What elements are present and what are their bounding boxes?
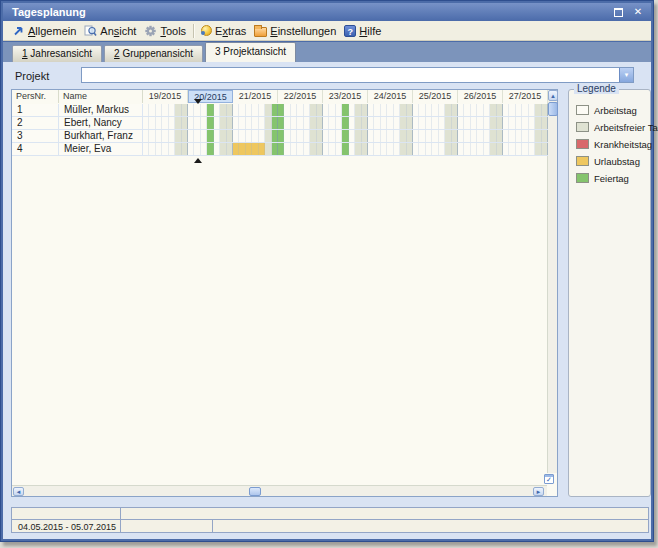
week-header-19-2015[interactable]: 19/2015 (143, 90, 188, 103)
schedule-row[interactable]: 2Ebert, Nancy (12, 117, 548, 130)
person-name: Ebert, Nancy (59, 117, 143, 129)
menubar: AllgemeinAnsichtToolsExtrasEinstellungen… (3, 21, 651, 41)
legend-label: Arbeitstag (594, 105, 637, 116)
project-combobox[interactable]: ▼ (81, 67, 634, 83)
menu-item-tools[interactable]: Tools (142, 24, 192, 38)
today-marker-top (194, 99, 202, 104)
gear-icon (144, 25, 157, 37)
column-header-persnr: PersNr. (12, 90, 59, 103)
day-cell[interactable] (542, 130, 548, 142)
menu-item-label: Allgemein (28, 25, 76, 37)
person-nr: 2 (12, 117, 59, 129)
legend-swatch (576, 156, 589, 166)
schedule-panel: ▲ ◄ ► PersNr.Name19/201520/201521/201522… (11, 89, 558, 497)
menu-item-label: Tools (160, 25, 186, 37)
menu-item-ansicht[interactable]: Ansicht (82, 24, 142, 38)
week-header-22-2015[interactable]: 22/2015 (278, 90, 323, 103)
week-header-23-2015[interactable]: 23/2015 (323, 90, 368, 103)
menubar-separator (193, 24, 195, 38)
menu-item-label: Ansicht (100, 25, 136, 37)
menu-item-hilfe[interactable]: ?Hilfe (342, 24, 387, 38)
legend-swatch (576, 173, 589, 183)
person-name: Burkhart, Franz (59, 130, 143, 142)
vertical-scrollbar[interactable]: ▲ (547, 90, 557, 473)
menu-item-label: Einstellungen (270, 25, 336, 37)
window-title: Tagesplanung (12, 6, 86, 18)
scroll-right-icon[interactable]: ► (533, 487, 544, 496)
legend-label: Urlaubstag (594, 156, 640, 167)
calendar-button[interactable] (544, 474, 554, 484)
arrow-up-right-icon (12, 25, 25, 37)
scroll-left-icon[interactable]: ◄ (13, 487, 24, 496)
menu-item-allgemein[interactable]: Allgemein (10, 24, 82, 38)
magnifier-icon (84, 25, 97, 37)
legend-label: Arbeitsfreier Tag (594, 122, 658, 133)
tab-strip: 1 Jahresansicht2 Gruppenansicht3 Projekt… (3, 42, 651, 62)
legend-item: Arbeitstag (576, 104, 637, 116)
person-nr: 3 (12, 130, 59, 142)
legend-swatch (576, 105, 589, 115)
menu-item-label: Hilfe (359, 25, 381, 37)
project-input[interactable] (83, 69, 621, 81)
window-controls: ✕ (611, 5, 645, 19)
schedule-row[interactable]: 3Burkhart, Franz (12, 130, 548, 143)
legend-label: Krankheitstag (594, 139, 652, 150)
legend-item: Urlaubstag (576, 155, 640, 167)
close-icon[interactable]: ✕ (631, 6, 645, 18)
legend-item: Arbeitsfreier Tag (576, 121, 658, 133)
menu-item-einstellungen[interactable]: Einstellungen (252, 24, 342, 38)
menu-item-extras[interactable]: Extras (199, 24, 252, 38)
settings-folder-icon (254, 25, 267, 37)
legend-swatch (576, 139, 589, 149)
today-marker-bottom (194, 158, 202, 163)
titlebar: Tagesplanung ✕ (3, 3, 651, 21)
week-header-26-2015[interactable]: 26/2015 (458, 90, 503, 103)
legend-title: Legende (574, 83, 619, 94)
day-cell[interactable] (542, 104, 548, 116)
person-name: Meier, Eva (59, 143, 143, 155)
schedule-row[interactable]: 4Meier, Eva (12, 143, 548, 156)
grid-header: PersNr.Name19/201520/201521/201522/20152… (12, 90, 548, 105)
day-cell[interactable] (542, 143, 548, 155)
week-header-27-2015[interactable]: 27/2015 (503, 90, 548, 103)
horizontal-scrollbar-thumb[interactable] (249, 487, 261, 496)
person-name: Müller, Markus (59, 104, 143, 116)
date-range-text: 04.05.2015 - 05.07.2015 (18, 522, 116, 532)
person-nr: 4 (12, 143, 59, 155)
restore-icon[interactable] (611, 6, 625, 18)
horizontal-scrollbar[interactable]: ◄ ► (12, 485, 547, 496)
tab-3[interactable]: 3 Projektansicht (205, 42, 296, 62)
vertical-scrollbar-thumb[interactable] (548, 102, 558, 116)
legend-swatch (576, 122, 589, 132)
person-nr: 1 (12, 104, 59, 116)
project-label: Projekt (15, 70, 49, 82)
legend-item: Feiertag (576, 172, 629, 184)
day-cell[interactable] (542, 117, 548, 129)
legend-label: Feiertag (594, 173, 629, 184)
tab-1[interactable]: 1 Jahresansicht (12, 45, 102, 62)
column-header-name: Name (59, 90, 143, 103)
scroll-up-icon[interactable]: ▲ (548, 90, 558, 101)
menu-item-label: Extras (215, 25, 246, 37)
statusbar-row-bottom: 04.05.2015 - 05.07.2015 (11, 519, 649, 533)
content-area: Projekt ▼ ▲ ◄ ► PersNr.Name19/201520/201… (3, 62, 651, 539)
sphere-icon (201, 25, 212, 36)
week-header-21-2015[interactable]: 21/2015 (233, 90, 278, 103)
help-icon: ? (344, 25, 356, 37)
window: Tagesplanung ✕ AllgemeinAnsichtToolsExtr… (0, 0, 654, 542)
legend-panel: Legende ArbeitstagArbeitsfreier TagKrank… (568, 89, 651, 497)
legend-item: Krankheitstag (576, 138, 652, 150)
week-header-24-2015[interactable]: 24/2015 (368, 90, 413, 103)
tab-2[interactable]: 2 Gruppenansicht (104, 45, 203, 62)
schedule-row[interactable]: 1Müller, Markus (12, 104, 548, 117)
week-header-25-2015[interactable]: 25/2015 (413, 90, 458, 103)
chevron-down-icon[interactable]: ▼ (619, 68, 633, 82)
